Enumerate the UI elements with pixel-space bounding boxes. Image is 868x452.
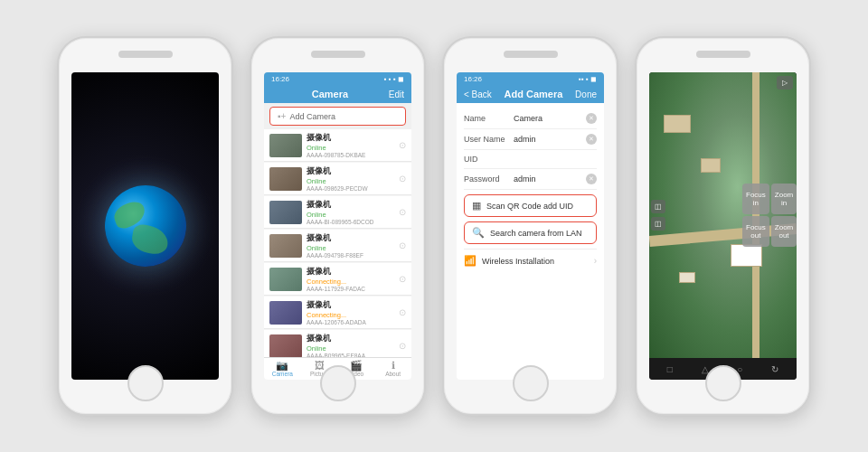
search-camera-button[interactable]: 🔍 Search camera from LAN	[464, 221, 597, 244]
camera-list: 摄像机 Online AAAA-098785-DKBAE ⊙ 摄像机 Onlin…	[264, 129, 411, 357]
cam-name: 摄像机	[307, 165, 399, 177]
cam-name: 摄像机	[307, 132, 399, 144]
status-time-3: 16:26	[464, 75, 482, 83]
field-label: UID	[464, 155, 514, 164]
wireless-installation-row[interactable]: 📶 Wireless Installation ›	[464, 249, 597, 272]
camera-item[interactable]: 摄像机 Online AAAA-098785-DKBAE ⊙	[264, 129, 411, 162]
tab-about[interactable]: ℹ About	[374, 361, 411, 377]
cam-info: 摄像机 Online AAAA-B09965-EE8AA	[307, 333, 399, 357]
cam-settings-icon[interactable]: ⊙	[399, 240, 406, 250]
status-icons-3: ▪▪ ▪ ◼	[579, 75, 597, 83]
zoom-out-button[interactable]: Zoomout	[771, 216, 797, 247]
zoom-in-button[interactable]: Zoomin	[771, 184, 797, 214]
status-time: 16:26	[271, 75, 289, 83]
cam-uid: AAAA-120676-ADADA	[307, 319, 399, 325]
form-field-user-name: User Name admin ✕	[464, 129, 597, 150]
field-clear-icon[interactable]: ✕	[586, 134, 597, 145]
earth-globe	[105, 185, 186, 267]
tab-icon: 🖼	[313, 361, 326, 370]
bc-icon-triangle: △	[702, 364, 709, 374]
left-controls: ◫ ◫	[651, 200, 665, 231]
ctrl-row-2: Focusout Zoomout	[742, 216, 793, 247]
cam-thumbnail	[269, 134, 302, 157]
phone-4: ▷ ◫ ◫ Focusin Zoomin Focusout Zoomout	[635, 36, 811, 416]
cam-info: 摄像机 Online AAAA-098785-DKBAE	[307, 132, 399, 158]
cam-thumbnail	[269, 167, 302, 191]
cam-settings-icon[interactable]: ⊙	[399, 140, 406, 150]
form-field-uid: UID	[464, 150, 597, 169]
add-camera-plus-icon: ▪+	[278, 111, 286, 121]
camera-nav-edit[interactable]: Edit	[389, 89, 404, 99]
cam-name: 摄像机	[307, 299, 399, 311]
form-nav: < Back Add Camera Done	[457, 85, 604, 103]
aerial-building-2	[701, 158, 721, 173]
search-camera-label: Search camera from LAN	[490, 229, 582, 238]
cam-info: 摄像机 Online AAAA-BI-089965-6DCOD	[307, 199, 399, 225]
wifi-icon: 📶	[464, 255, 476, 267]
cam-settings-icon[interactable]: ⊙	[399, 274, 406, 284]
camera-item[interactable]: 摄像机 Online AAAA-098629-PECDW ⊙	[264, 163, 411, 195]
cam-thumbnail	[269, 301, 302, 325]
cam-uid: AAAA-098785-DKBAE	[307, 152, 399, 158]
cam-settings-icon[interactable]: ⊙	[399, 207, 406, 217]
cam-thumbnail	[269, 201, 302, 224]
form-body: Name Camera ✕ User Name admin ✕ UID Pass…	[457, 103, 604, 380]
field-value[interactable]: admin	[514, 174, 586, 184]
cam-info: 摄像机 Online AAAA-098629-PECDW	[307, 165, 399, 192]
phone4-screen: ▷ ◫ ◫ Focusin Zoomin Focusout Zoomout	[649, 72, 797, 380]
cam-status: Online	[307, 244, 399, 252]
bc-icon-refresh[interactable]: ↻	[771, 364, 778, 374]
cam-status: Online	[307, 144, 399, 152]
cam-thumbnail	[269, 334, 302, 358]
cam-status: Connecting...	[307, 278, 399, 286]
camera-item[interactable]: 摄像机 Online AAAA-BI-089965-6DCOD ⊙	[264, 196, 411, 229]
add-camera-label: Add Camera	[289, 112, 335, 121]
field-label: User Name	[464, 135, 514, 144]
field-label: Name	[464, 114, 514, 123]
scan-qr-button[interactable]: ▦ Scan QR Code add UID	[464, 194, 597, 217]
camera-item[interactable]: 摄像机 Online AAAA-B09965-EE8AA ⊙	[264, 330, 411, 357]
control-overlay: Focusin Zoomin Focusout Zoomout	[742, 72, 797, 358]
bottom-controls-4: □ △ ○ ↻	[649, 358, 797, 380]
status-icons: ▪ ▪ ▪ ◼	[384, 75, 404, 83]
field-clear-icon[interactable]: ✕	[586, 174, 597, 184]
phone2-screen: 16:26 ▪ ▪ ▪ ◼ Camera Edit ▪+ Add Camera …	[264, 72, 411, 380]
field-value[interactable]: Camera	[514, 114, 586, 123]
form-title: Add Camera	[505, 89, 563, 99]
aerial-building-1	[664, 115, 691, 133]
aerial-building-4	[679, 272, 695, 283]
cam-settings-icon[interactable]: ⊙	[399, 307, 406, 317]
cam-status: Online	[307, 211, 399, 219]
bottom-tabs: 📷 Camera 🖼 Picture 🎬 Video ℹ About	[264, 357, 411, 380]
ctrl-row-1: Focusin Zoomin	[742, 184, 793, 214]
form-done-button[interactable]: Done	[575, 89, 597, 99]
camera-item[interactable]: 摄像机 Connecting... AAAA-117929-FADAC ⊙	[264, 263, 411, 296]
cam-name: 摄像机	[307, 333, 399, 344]
left-ctrl-1[interactable]: ◫	[651, 200, 665, 213]
cam-name: 摄像机	[307, 266, 399, 278]
field-clear-icon[interactable]: ✕	[586, 113, 597, 124]
add-camera-button[interactable]: ▪+ Add Camera	[269, 107, 406, 126]
scan-qr-label: Scan QR Code add UID	[486, 202, 573, 211]
phone-3: 16:26 ▪▪ ▪ ◼ < Back Add Camera Done Name…	[442, 36, 618, 416]
tab-icon: ℹ	[387, 361, 400, 370]
form-field-name: Name Camera ✕	[464, 108, 597, 129]
form-field-password: Password admin ✕	[464, 169, 597, 190]
cam-uid: AAAA-117929-FADAC	[307, 286, 399, 292]
left-ctrl-2[interactable]: ◫	[651, 217, 665, 231]
phone-2: 16:26 ▪ ▪ ▪ ◼ Camera Edit ▪+ Add Camera …	[250, 36, 426, 416]
tab-video[interactable]: 🎬 Video	[338, 361, 375, 377]
tab-picture[interactable]: 🖼 Picture	[301, 361, 338, 377]
form-back-button[interactable]: < Back	[464, 89, 492, 99]
camera-item[interactable]: 摄像机 Connecting... AAAA-120676-ADADA ⊙	[264, 297, 411, 329]
status-bar-3: 16:26 ▪▪ ▪ ◼	[457, 72, 604, 85]
tab-camera[interactable]: 📷 Camera	[264, 361, 301, 377]
focus-out-button[interactable]: Focusout	[742, 216, 769, 247]
focus-in-button[interactable]: Focusin	[742, 184, 769, 214]
field-value[interactable]: admin	[514, 135, 586, 144]
cam-settings-icon[interactable]: ⊙	[399, 341, 406, 351]
phone3-screen: 16:26 ▪▪ ▪ ◼ < Back Add Camera Done Name…	[457, 72, 604, 380]
bc-icon-square: □	[667, 364, 673, 374]
camera-item[interactable]: 摄像机 Online AAAA-094798-F88EF ⊙	[264, 230, 411, 262]
cam-settings-icon[interactable]: ⊙	[399, 174, 406, 184]
